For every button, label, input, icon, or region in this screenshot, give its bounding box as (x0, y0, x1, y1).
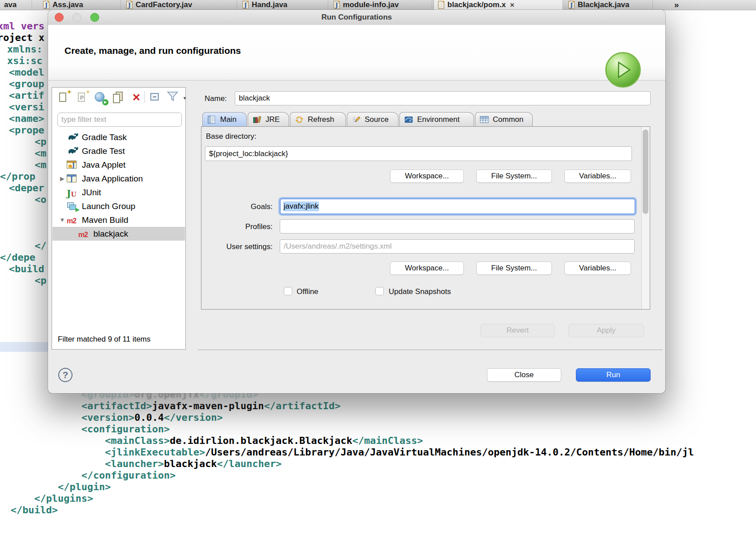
editor-tab[interactable]: ava (0, 0, 32, 10)
tab-overflow-chevron[interactable]: » (674, 0, 679, 10)
editor-tab[interactable]: blackjack/pom.x✕ (434, 0, 563, 10)
workspace-button[interactable]: Workspace... (390, 262, 464, 275)
tree-item-java-applet[interactable]: JJava Applet (52, 158, 185, 172)
tree-item-junit[interactable]: JUJUnit (52, 185, 185, 199)
minimize-window-button[interactable] (72, 13, 81, 22)
dialog-title: Run Configurations (48, 10, 665, 25)
run-button[interactable]: Run (576, 368, 651, 382)
name-input[interactable] (235, 91, 651, 105)
tab-jre[interactable]: JRE (248, 112, 289, 126)
m2-icon: m2 (78, 230, 90, 238)
dialog-footer: ? Close Run (48, 350, 665, 393)
code-line: <versi (9, 101, 44, 113)
tab-label: Refresh (308, 115, 334, 124)
user-settings-label: User settings: (201, 242, 273, 251)
editor-tab[interactable]: JBlackjack.java (564, 0, 653, 10)
scrollbar[interactable] (641, 127, 650, 309)
tree-item-gradle-test[interactable]: Gradle Test (52, 144, 185, 158)
code-line: </depe (0, 252, 35, 263)
m2-icon: m2 (67, 216, 79, 225)
tree-item-gradle-task[interactable]: Gradle Task (52, 130, 185, 144)
tab-environment[interactable]: Environment (399, 112, 474, 126)
configuration-tree: Gradle TaskGradle TestJJava Applet▶JJava… (52, 88, 185, 349)
editor-tab[interactable]: JHand.java (238, 0, 328, 10)
main-tab-content: Base directory: Workspace...File System.… (201, 126, 650, 310)
collapsed-expander-icon[interactable]: ▶ (58, 175, 67, 182)
java-file-icon: J (43, 1, 49, 9)
goals-label: Goals: (201, 202, 273, 211)
code-line: xsi:sc (7, 55, 42, 67)
editor-tab[interactable]: JAss.java (39, 0, 121, 10)
code-line: </configuration> (81, 470, 176, 481)
java-file-icon: J (568, 1, 575, 9)
tab-environment-icon (404, 115, 414, 124)
tab-source[interactable]: Source (347, 112, 398, 126)
revert-button[interactable]: Revert (480, 324, 555, 337)
offline-checkbox[interactable] (284, 287, 292, 295)
base-directory-label: Base directory: (206, 132, 256, 141)
file-system-button[interactable]: File System... (476, 169, 552, 183)
close-button[interactable]: Close (487, 368, 561, 382)
tab-main[interactable]: Main (202, 112, 247, 126)
code-line: xmlns: (7, 44, 42, 55)
code-line: <name> (9, 113, 44, 125)
expanded-expander-icon[interactable]: ▼ (58, 217, 67, 223)
code-line: </ (35, 240, 47, 252)
name-label: Name: (205, 94, 227, 103)
editor-tab[interactable]: JCardFactory.jav (122, 0, 237, 10)
tree-item-label: Launch Group (82, 201, 135, 211)
configuration-detail-panel: Name: MainJRERefreshSourceEnvironmentCom… (198, 87, 663, 350)
tree-item-label: Gradle Test (82, 146, 125, 156)
configurations-panel: ✦P✦▶✕−▾ Gradle TaskGradle TestJJava Appl… (52, 87, 186, 350)
xml-file-icon (438, 1, 444, 9)
tree-item-label: Gradle Task (82, 133, 127, 142)
editor-tab-label: Ass.java (52, 0, 83, 9)
zoom-window-button[interactable] (90, 13, 99, 22)
file-system-button[interactable]: File System... (476, 262, 552, 275)
code-line: <p (35, 136, 47, 148)
profiles-input[interactable] (280, 219, 635, 234)
code-line: </plugins> (34, 493, 93, 504)
editor-tab[interactable]: Jmodule-info.jav (330, 0, 432, 10)
tab-label: Main (220, 115, 237, 124)
editor-tab-label: Hand.java (252, 0, 287, 9)
goals-input[interactable]: javafx:jlink (280, 198, 635, 214)
tree-item-java-application[interactable]: ▶JJava Application (52, 172, 185, 185)
profiles-label: Profiles: (201, 222, 273, 231)
close-tab-icon[interactable]: ✕ (510, 2, 515, 8)
config-tab-strip: MainJRERefreshSourceEnvironmentCommon (202, 112, 656, 126)
java-app-icon: J (67, 174, 79, 183)
scrollbar-thumb[interactable] (643, 129, 648, 214)
tab-common[interactable]: Common (475, 112, 533, 126)
base-directory-input[interactable] (205, 146, 632, 161)
code-line: <configuration> (81, 423, 170, 435)
run-configurations-dialog: Run Configurations Create, manage, and r… (48, 10, 665, 393)
code-line: roject x (0, 32, 44, 44)
editor-tab-label: ava (4, 0, 16, 9)
workspace-button[interactable]: Workspace... (390, 169, 464, 183)
current-line-highlight (0, 342, 50, 352)
update-snapshots-checkbox[interactable] (375, 287, 384, 295)
variables-button[interactable]: Variables... (564, 262, 631, 275)
tree-item-label: blackjack (93, 229, 128, 239)
code-line: <mainClass>de.idirlion.blackjack.Blackja… (105, 435, 423, 447)
gradle-icon (67, 147, 79, 156)
tree-item-launch-group[interactable]: ▶Launch Group (52, 199, 185, 213)
code-line: </build> (11, 504, 58, 516)
tree-item-maven-build[interactable]: ▼m2Maven Build (52, 213, 185, 227)
dialog-title-bar[interactable]: Run Configurations (48, 10, 665, 25)
variables-button[interactable]: Variables... (564, 169, 631, 183)
launch-group-icon: ▶ (67, 202, 79, 211)
code-line: <group (9, 78, 44, 90)
tab-source-icon (352, 115, 362, 124)
tree-item-label: Maven Build (82, 215, 129, 225)
offline-label: Offline (297, 287, 318, 296)
tab-refresh[interactable]: Refresh (290, 112, 346, 126)
apply-button[interactable]: Apply (568, 324, 644, 337)
java-file-icon: J (242, 1, 249, 9)
tree-item-blackjack[interactable]: m2blackjack (52, 227, 185, 241)
close-window-button[interactable] (55, 13, 64, 22)
dialog-header-banner: Create, manage, and run configurations (48, 25, 665, 81)
user-settings-input[interactable] (280, 239, 635, 254)
help-button[interactable]: ? (58, 368, 72, 382)
